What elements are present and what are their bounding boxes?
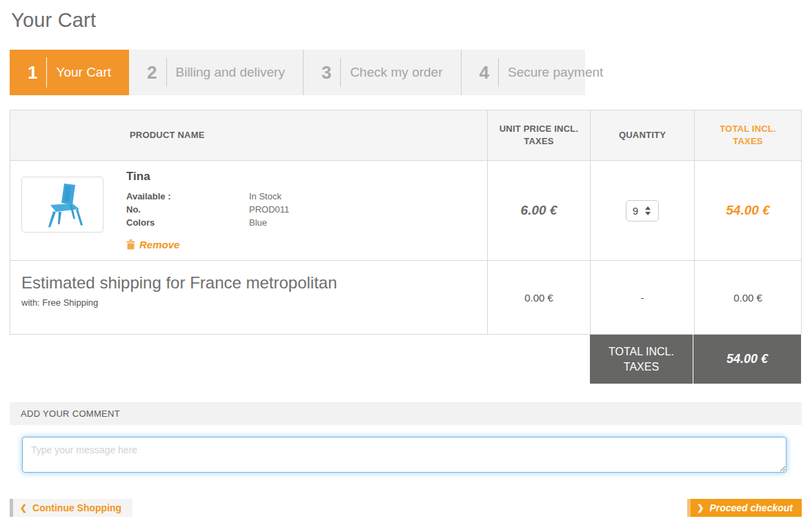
- attribute-row: No. PROD011: [126, 203, 487, 216]
- shipping-quantity-cell: -: [590, 261, 694, 334]
- shipping-carrier: with: Free Shipping: [21, 297, 487, 308]
- proceed-checkout-button[interactable]: ❯ Proceed checkout: [687, 499, 802, 517]
- comment-header: ADD YOUR COMMENT: [10, 402, 802, 425]
- comment-body: [10, 425, 802, 473]
- step-separator: [340, 58, 341, 87]
- step-separator: [166, 58, 167, 87]
- quantity-cell: 9: [590, 161, 694, 260]
- cart-table-header: PRODUCT NAME UNIT PRICE INCL. TAXES QUAN…: [10, 110, 801, 160]
- proceed-checkout-label: Proceed checkout: [709, 502, 793, 513]
- remove-label: Remove: [139, 239, 179, 250]
- step-number: 1: [28, 62, 37, 83]
- attribute-value: In Stock: [249, 190, 281, 203]
- comment-textarea[interactable]: [22, 437, 787, 473]
- shipping-info-cell: Estimated shipping for France metropolit…: [10, 261, 487, 334]
- step-separator: [498, 58, 499, 87]
- page-title: Your Cart: [11, 9, 802, 32]
- step-billing-delivery[interactable]: 2 Billing and delivery: [129, 50, 303, 95]
- cart-page: Your Cart 1 Your Cart 2 Billing and deli…: [0, 9, 810, 517]
- product-attributes: Available : In Stock No. PROD011 Colors …: [126, 190, 487, 229]
- chevron-right-icon: ❯: [697, 503, 704, 513]
- shipping-unit-price: 0.00 €: [524, 292, 553, 304]
- step-number: 2: [147, 62, 157, 83]
- line-total-cell: 54.00 €: [694, 161, 801, 260]
- shipping-total: 0.00 €: [733, 292, 762, 304]
- header-total: TOTAL INCL. TAXES: [694, 110, 801, 160]
- grand-total-value: 54.00 €: [693, 335, 801, 384]
- step-separator: [46, 57, 47, 88]
- attribute-value: PROD011: [249, 203, 289, 216]
- grand-total-row: TOTAL INCL. TAXES 54.00 €: [590, 335, 802, 384]
- step-label: Secure payment: [508, 65, 603, 80]
- trash-icon: [126, 239, 135, 250]
- shipping-row: Estimated shipping for France metropolit…: [10, 260, 801, 334]
- step-your-cart[interactable]: 1 Your Cart: [10, 50, 129, 95]
- product-cell: Tina Available : In Stock No. PROD011 Co…: [10, 161, 487, 260]
- product-info: Tina Available : In Stock No. PROD011 Co…: [126, 170, 487, 253]
- chair-image: [28, 181, 97, 228]
- attribute-label: No.: [126, 203, 249, 216]
- shipping-unit-price-cell: 0.00 €: [487, 261, 590, 334]
- comment-section: ADD YOUR COMMENT: [10, 402, 802, 473]
- attribute-label: Available :: [126, 190, 249, 203]
- checkout-steps: 1 Your Cart 2 Billing and delivery 3 Che…: [10, 50, 585, 95]
- continue-shopping-label: Continue Shopping: [32, 502, 121, 513]
- attribute-value: Blue: [249, 216, 267, 229]
- unit-price-cell: 6.00 €: [487, 161, 590, 260]
- quantity-value[interactable]: 9: [626, 205, 644, 217]
- shipping-title: Estimated shipping for France metropolit…: [21, 273, 487, 293]
- grand-total-label: TOTAL INCL. TAXES: [590, 335, 693, 384]
- shipping-total-cell: 0.00 €: [694, 261, 801, 334]
- chevron-left-icon: ❮: [20, 503, 27, 513]
- step-number: 4: [480, 62, 489, 83]
- attribute-label: Colors: [126, 216, 249, 229]
- shipping-quantity: -: [641, 292, 644, 304]
- header-product-name: PRODUCT NAME: [10, 110, 487, 160]
- stepper-arrows[interactable]: [645, 206, 651, 215]
- quantity-stepper[interactable]: 9: [626, 200, 659, 221]
- step-label: Your Cart: [56, 65, 111, 80]
- continue-shopping-button[interactable]: ❮ Continue Shopping: [10, 499, 132, 517]
- remove-product-link[interactable]: Remove: [126, 239, 179, 250]
- step-label: Billing and delivery: [176, 65, 285, 80]
- line-total-value: 54.00 €: [726, 203, 769, 218]
- header-quantity: QUANTITY: [590, 110, 694, 160]
- product-image[interactable]: [21, 177, 103, 233]
- step-check-order[interactable]: 3 Check my order: [303, 50, 461, 95]
- step-secure-payment[interactable]: 4 Secure payment: [461, 50, 622, 95]
- product-name[interactable]: Tina: [126, 170, 487, 184]
- header-unit-price: UNIT PRICE INCL. TAXES: [487, 110, 590, 160]
- unit-price-value: 6.00 €: [521, 203, 557, 218]
- product-row: Tina Available : In Stock No. PROD011 Co…: [10, 160, 801, 260]
- cart-table: PRODUCT NAME UNIT PRICE INCL. TAXES QUAN…: [10, 110, 802, 335]
- step-label: Check my order: [350, 65, 442, 80]
- attribute-row: Available : In Stock: [126, 190, 487, 203]
- step-number: 3: [322, 62, 331, 83]
- attribute-row: Colors Blue: [126, 216, 487, 229]
- stepper-down-icon[interactable]: [645, 212, 651, 215]
- footer-actions: ❮ Continue Shopping ❯ Proceed checkout: [10, 499, 802, 517]
- stepper-up-icon[interactable]: [645, 206, 651, 210]
